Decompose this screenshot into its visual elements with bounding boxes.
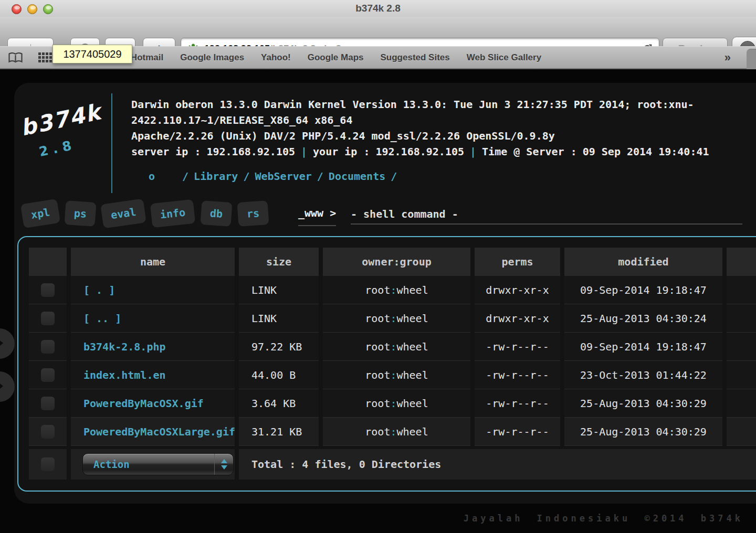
table-row bbox=[29, 361, 67, 389]
action-select-label: Action bbox=[83, 459, 130, 470]
file-modified: 25-Aug-2013 04:30:24 bbox=[564, 304, 722, 333]
file-size: LINK bbox=[239, 276, 319, 304]
tab-info[interactable]: info bbox=[150, 199, 196, 228]
kernel-line-2: 2422.110.17~1/RELEASE_X86_64 x86_64 bbox=[131, 112, 751, 128]
shell-prompt: _www > bbox=[298, 207, 336, 226]
bookmark-google-maps[interactable]: Google Maps bbox=[308, 52, 364, 63]
tab-db[interactable]: db bbox=[200, 200, 232, 227]
file-perms: -rw-r--r-- bbox=[475, 389, 560, 418]
shell-command-input[interactable] bbox=[351, 205, 742, 225]
scroll-left-arrow-button[interactable] bbox=[0, 328, 15, 359]
file-owner-group: root:wheel bbox=[323, 276, 470, 304]
top-sites-grid-icon[interactable] bbox=[38, 52, 52, 63]
file-size: 97.22 KB bbox=[239, 333, 319, 361]
webpage-content: b374k 2.8 Darwin oberon 13.3.0 Darwin Ke… bbox=[0, 69, 756, 533]
file-owner-group: root:wheel bbox=[323, 389, 470, 418]
table-row bbox=[29, 333, 67, 361]
total-summary: Total : 4 files, 0 Directories bbox=[239, 449, 756, 479]
breadcrumb: o/Library/WebServer/Documents/ bbox=[149, 170, 402, 183]
header-size: size bbox=[239, 248, 319, 276]
your-ip-label: your ip : bbox=[313, 145, 370, 158]
header-actions-column bbox=[727, 248, 756, 276]
file-name-link[interactable]: b374k-2.8.php bbox=[83, 340, 166, 353]
right-arrow-icon bbox=[0, 336, 3, 350]
breadcrumb-home-link[interactable]: o bbox=[149, 170, 155, 183]
header-owner-group: owner:group bbox=[323, 248, 470, 276]
header-divider bbox=[111, 93, 112, 193]
row-checkbox[interactable] bbox=[41, 425, 55, 439]
pipe-separator: | bbox=[301, 145, 307, 158]
file-perms: drwxr-xr-x bbox=[475, 304, 560, 333]
tab-xpl[interactable]: xpl bbox=[20, 199, 60, 228]
table-row bbox=[29, 418, 67, 446]
table-row bbox=[29, 389, 67, 418]
owner-separator: : bbox=[390, 369, 396, 381]
bookmarks-book-icon[interactable] bbox=[8, 52, 23, 63]
footer-credit: Jayalah Indonesiaku ©2014 b374k bbox=[464, 513, 743, 524]
breadcrumb-separator: / bbox=[243, 170, 249, 183]
file-name-link[interactable]: [ .. ] bbox=[83, 312, 121, 325]
breadcrumb-library-link[interactable]: Library bbox=[194, 170, 238, 183]
system-info: Darwin oberon 13.3.0 Darwin Kernel Versi… bbox=[131, 97, 751, 159]
pipe-separator: | bbox=[470, 145, 476, 158]
file-owner-group: root:wheel bbox=[323, 418, 470, 446]
kernel-line-1: Darwin oberon 13.3.0 Darwin Kernel Versi… bbox=[131, 97, 751, 112]
row-checkbox[interactable] bbox=[41, 340, 55, 354]
row-checkbox[interactable] bbox=[41, 397, 55, 410]
timestamp-tooltip: 1377405029 bbox=[52, 45, 132, 63]
bookmark-google-images[interactable]: Google Images bbox=[180, 52, 244, 63]
window-titlebar: b374k 2.8 bbox=[0, 0, 756, 17]
select-arrows-icon bbox=[214, 454, 233, 475]
shell-tabs: xpl ps eval info db rs bbox=[22, 201, 275, 226]
file-name-link[interactable]: PoweredByMacOSX.gif bbox=[83, 397, 204, 410]
file-size: LINK bbox=[239, 304, 319, 333]
right-arrow-icon bbox=[0, 379, 3, 393]
file-name-link[interactable]: PoweredByMacOSXLarge.gif bbox=[83, 425, 235, 438]
bookmarks-overflow-chevron[interactable]: » bbox=[724, 51, 731, 65]
browser-toolbar: ◀ ▶ + 192.168.92.105/b374k-2.8.php? Read… bbox=[0, 17, 756, 46]
header-perms: perms bbox=[475, 248, 560, 276]
server-time-value: 09 Sep 2014 19:40:41 bbox=[583, 145, 709, 158]
tab-rs[interactable]: rs bbox=[237, 200, 269, 227]
select-all-checkbox[interactable] bbox=[41, 457, 55, 471]
window-title: b374k 2.8 bbox=[0, 3, 756, 14]
breadcrumb-webserver-link[interactable]: WebServer bbox=[255, 170, 311, 183]
row-checkbox[interactable] bbox=[41, 368, 55, 382]
table-row bbox=[29, 304, 67, 333]
server-time-label: Time @ Server : bbox=[482, 145, 577, 158]
file-modified: 09-Sep-2014 19:18:47 bbox=[564, 333, 722, 361]
scroll-left-arrow-button-2[interactable] bbox=[0, 371, 15, 402]
owner-separator: : bbox=[390, 312, 396, 325]
row-checkbox[interactable] bbox=[41, 283, 55, 297]
tab-eval[interactable]: eval bbox=[100, 199, 146, 229]
bookmark-yahoo[interactable]: Yahoo! bbox=[261, 52, 291, 63]
breadcrumb-separator: / bbox=[182, 170, 188, 183]
bookmark-suggested-sites[interactable]: Suggested Sites bbox=[381, 52, 450, 63]
file-modified: 23-Oct-2013 01:44:22 bbox=[564, 361, 722, 389]
file-perms: drwxr-xr-x bbox=[475, 276, 560, 304]
file-modified: 09-Sep-2014 19:18:47 bbox=[564, 276, 722, 304]
tab-ps[interactable]: ps bbox=[65, 200, 97, 227]
header-name: name bbox=[71, 248, 235, 276]
header-checkbox-column bbox=[29, 248, 67, 276]
bookmark-web-slice-gallery[interactable]: Web Slice Gallery bbox=[467, 52, 541, 63]
server-ip-label: server ip : bbox=[131, 145, 201, 158]
table-row bbox=[29, 276, 67, 304]
owner-separator: : bbox=[390, 397, 396, 410]
file-manager-panel: name size owner:group perms modified [ .… bbox=[17, 236, 756, 492]
row-checkbox[interactable] bbox=[41, 312, 55, 325]
header-modified: modified bbox=[564, 248, 722, 276]
file-perms: -rw-r--r-- bbox=[475, 333, 560, 361]
file-name-link[interactable]: index.html.en bbox=[83, 369, 166, 381]
file-owner-group: root:wheel bbox=[323, 333, 470, 361]
owner-separator: : bbox=[390, 425, 396, 438]
file-size: 44.00 B bbox=[239, 361, 319, 389]
file-modified: 25-Aug-2013 04:30:29 bbox=[564, 418, 722, 446]
action-select[interactable]: Action bbox=[82, 453, 234, 475]
file-table: name size owner:group perms modified [ .… bbox=[29, 248, 756, 479]
file-name-link[interactable]: [ . ] bbox=[83, 284, 115, 296]
owner-separator: : bbox=[390, 284, 396, 296]
breadcrumb-documents-link[interactable]: Documents bbox=[329, 170, 385, 183]
server-ip-value: 192.168.92.105 bbox=[206, 145, 295, 158]
file-size: 3.64 KB bbox=[239, 389, 319, 418]
